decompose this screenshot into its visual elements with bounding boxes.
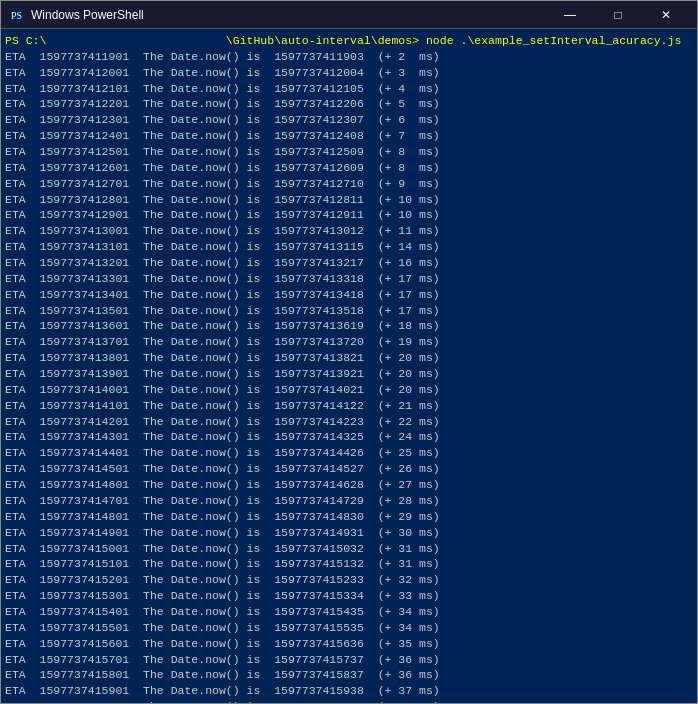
terminal-output-line: ETA 1597737414301 The Date.now() is 1597… (5, 429, 693, 445)
terminal-output-line: ETA 1597737413901 The Date.now() is 1597… (5, 366, 693, 382)
terminal-output-line: ETA 1597737412001 The Date.now() is 1597… (5, 65, 693, 81)
terminal-output-line: ETA 1597737413201 The Date.now() is 1597… (5, 255, 693, 271)
terminal-output-line: ETA 1597737412101 The Date.now() is 1597… (5, 81, 693, 97)
terminal-output-line: ETA 1597737414601 The Date.now() is 1597… (5, 477, 693, 493)
svg-text:PS: PS (11, 10, 22, 21)
powershell-window: PS Windows PowerShell — □ ✕ PS C:\ \GitH… (0, 0, 698, 704)
title-bar: PS Windows PowerShell — □ ✕ (1, 1, 697, 29)
terminal-body[interactable]: PS C:\ \GitHub\auto-interval\demos> node… (1, 29, 697, 703)
terminal-output-line: ETA 1597737413701 The Date.now() is 1597… (5, 334, 693, 350)
terminal-output-line: ETA 1597737413501 The Date.now() is 1597… (5, 303, 693, 319)
terminal-output-line: ETA 1597737412701 The Date.now() is 1597… (5, 176, 693, 192)
terminal-output-line: ETA 1597737414001 The Date.now() is 1597… (5, 382, 693, 398)
output-container: ETA 1597737411901 The Date.now() is 1597… (5, 49, 693, 703)
terminal-output-line: ETA 1597737415501 The Date.now() is 1597… (5, 620, 693, 636)
terminal-output-line: ETA 1597737415901 The Date.now() is 1597… (5, 683, 693, 699)
terminal-output-line: ETA 1597737414401 The Date.now() is 1597… (5, 445, 693, 461)
terminal-output-line: ETA 1597737415701 The Date.now() is 1597… (5, 652, 693, 668)
terminal-output-line: ETA 1597737413101 The Date.now() is 1597… (5, 239, 693, 255)
terminal-output-line: ETA 1597737415301 The Date.now() is 1597… (5, 588, 693, 604)
terminal-output-line: ETA 1597737415101 The Date.now() is 1597… (5, 556, 693, 572)
terminal-output-line: ETA 1597737412501 The Date.now() is 1597… (5, 144, 693, 160)
terminal-output-line: ETA 1597737414901 The Date.now() is 1597… (5, 525, 693, 541)
terminal-output-line: ETA 1597737414101 The Date.now() is 1597… (5, 398, 693, 414)
terminal-output-line: ETA 1597737414801 The Date.now() is 1597… (5, 509, 693, 525)
terminal-output-line: ETA 1597737415401 The Date.now() is 1597… (5, 604, 693, 620)
close-button[interactable]: ✕ (643, 5, 689, 25)
terminal-output-line: ETA 1597737413301 The Date.now() is 1597… (5, 271, 693, 287)
terminal-output-line: ETA 1597737412301 The Date.now() is 1597… (5, 112, 693, 128)
powershell-icon: PS (9, 7, 25, 23)
terminal-output-line: ETA 1597737415001 The Date.now() is 1597… (5, 541, 693, 557)
terminal-output-line: ETA 1597737413001 The Date.now() is 1597… (5, 223, 693, 239)
terminal-output-line: ETA 1597737412201 The Date.now() is 1597… (5, 96, 693, 112)
minimize-button[interactable]: — (547, 5, 593, 25)
terminal-output-line: ETA 1597737413801 The Date.now() is 1597… (5, 350, 693, 366)
terminal-output-line: ETA 1597737414701 The Date.now() is 1597… (5, 493, 693, 509)
terminal-output-line: ETA 1597737413601 The Date.now() is 1597… (5, 318, 693, 334)
terminal-output-line: ETA 1597737412801 The Date.now() is 1597… (5, 192, 693, 208)
terminal-output-line: ETA 1597737414501 The Date.now() is 1597… (5, 461, 693, 477)
terminal-output-line: ETA 1597737416001 The Date.now() is 1597… (5, 699, 693, 703)
terminal-output-line: ETA 1597737414201 The Date.now() is 1597… (5, 414, 693, 430)
terminal-output-line: ETA 1597737412901 The Date.now() is 1597… (5, 207, 693, 223)
prompt-line: PS C:\ \GitHub\auto-interval\demos> node… (5, 33, 693, 49)
terminal-output-line: ETA 1597737412601 The Date.now() is 1597… (5, 160, 693, 176)
terminal-output-line: ETA 1597737415601 The Date.now() is 1597… (5, 636, 693, 652)
terminal-output-line: ETA 1597737415201 The Date.now() is 1597… (5, 572, 693, 588)
terminal-output-line: ETA 1597737413401 The Date.now() is 1597… (5, 287, 693, 303)
terminal-output-line: ETA 1597737412401 The Date.now() is 1597… (5, 128, 693, 144)
window-controls: — □ ✕ (547, 5, 689, 25)
window-title: Windows PowerShell (31, 8, 547, 22)
terminal-output-line: ETA 1597737415801 The Date.now() is 1597… (5, 667, 693, 683)
terminal-output-line: ETA 1597737411901 The Date.now() is 1597… (5, 49, 693, 65)
maximize-button[interactable]: □ (595, 5, 641, 25)
